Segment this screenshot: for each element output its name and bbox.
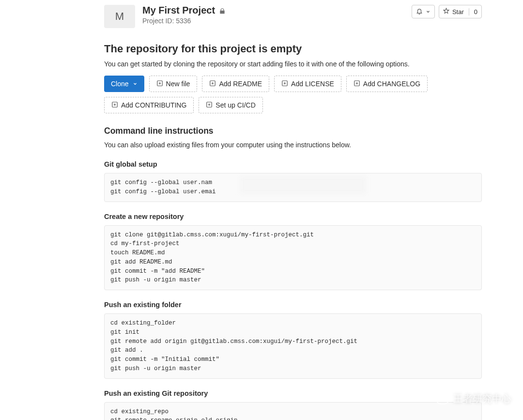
- action-buttons-row: Clone New file Add README Add LICENSE Ad…: [104, 76, 482, 113]
- star-icon: [443, 8, 449, 16]
- new-file-button[interactable]: New file: [149, 76, 198, 92]
- star-label: Star: [452, 8, 464, 16]
- cli-heading: Command line instructions: [104, 126, 482, 136]
- setup-cicd-label: Set up CI/CD: [215, 101, 255, 109]
- push-folder-code[interactable]: cd existing_folder git init git remote a…: [104, 313, 482, 379]
- add-readme-label: Add README: [219, 80, 262, 88]
- add-license-label: Add LICENSE: [291, 80, 334, 88]
- star-count: 0: [469, 8, 477, 16]
- push-git-repo-code[interactable]: cd existing_repo git remote rename origi…: [104, 402, 482, 420]
- clone-label: Clone: [111, 80, 129, 88]
- plus-icon: [354, 80, 360, 88]
- setup-cicd-button[interactable]: Set up CI/CD: [199, 97, 262, 113]
- push-git-repo-title: Push an existing Git repository: [104, 389, 482, 397]
- project-avatar: M: [104, 5, 135, 28]
- plus-icon: [111, 101, 118, 109]
- chevron-down-icon: [426, 8, 431, 16]
- git-global-setup-title: Git global setup: [104, 160, 482, 168]
- empty-repo-subtext: You can get started by cloning the repos…: [104, 60, 482, 68]
- redacted-overlay: [240, 176, 366, 194]
- add-changelog-button[interactable]: Add CHANGELOG: [346, 76, 428, 92]
- cli-subtext: You can also upload existing files from …: [104, 141, 482, 149]
- plus-icon: [209, 80, 216, 88]
- project-title: My First Project: [142, 5, 215, 16]
- notifications-button[interactable]: [412, 5, 435, 18]
- add-contributing-button[interactable]: Add CONTRIBUTING: [104, 97, 194, 113]
- add-readme-button[interactable]: Add README: [202, 76, 269, 92]
- project-id: Project ID: 5336: [142, 17, 226, 25]
- create-repo-code[interactable]: git clone git@gitlab.cmss.com:xugui/my-f…: [104, 225, 482, 291]
- add-changelog-label: Add CHANGELOG: [363, 80, 420, 88]
- chevron-down-icon: [133, 80, 138, 88]
- star-button[interactable]: Star 0: [439, 5, 482, 18]
- plus-icon: [156, 80, 163, 88]
- create-repo-title: Create a new repository: [104, 213, 482, 220]
- new-file-label: New file: [166, 80, 190, 88]
- project-header: M My First Project Project ID: 5336: [104, 5, 482, 28]
- add-contributing-label: Add CONTRIBUTING: [121, 101, 186, 109]
- push-folder-title: Push an existing folder: [104, 301, 482, 309]
- git-global-setup-code[interactable]: git config --global user.nam git config …: [104, 173, 482, 202]
- add-license-button[interactable]: Add LICENSE: [274, 76, 341, 92]
- plus-icon: [281, 80, 288, 88]
- clone-button[interactable]: Clone: [104, 76, 144, 92]
- empty-repo-heading: The repository for this project is empty: [104, 43, 482, 55]
- plus-icon: [206, 101, 213, 109]
- lock-icon: [219, 6, 226, 14]
- bell-icon: [416, 8, 423, 16]
